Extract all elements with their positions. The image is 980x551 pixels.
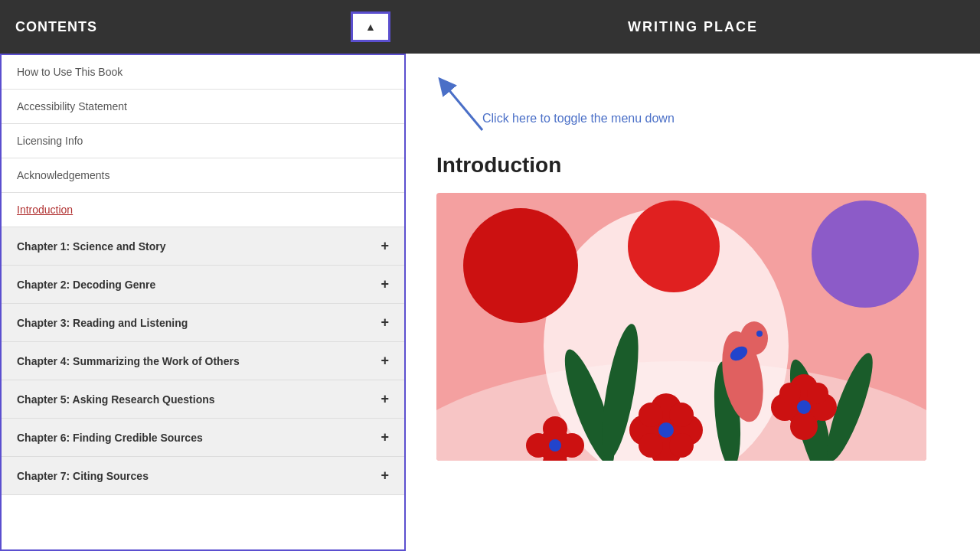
- illustration: [436, 193, 926, 461]
- svg-point-35: [549, 439, 561, 452]
- annotation-area: Click here to toggle the menu down: [436, 54, 949, 153]
- expand-icon: +: [381, 315, 389, 331]
- sidebar-chapter-item[interactable]: Chapter 1: Science and Story+: [2, 227, 404, 266]
- svg-point-38: [756, 331, 763, 337]
- svg-point-5: [628, 201, 720, 292]
- expand-icon: +: [381, 468, 389, 484]
- header-contents-section: CONTENTS ▲: [0, 11, 406, 42]
- header: CONTENTS ▲ WRITING PLACE: [0, 0, 980, 54]
- sidebar-plain-item[interactable]: How to Use This Book: [2, 55, 404, 90]
- svg-point-27: [779, 383, 801, 404]
- chapter-label: Chapter 3: Reading and Listening: [17, 317, 188, 329]
- chapter-label: Chapter 4: Summarizing the Work of Other…: [17, 355, 240, 367]
- sidebar-chapter-item[interactable]: Chapter 6: Finding Credible Sources+: [2, 419, 404, 457]
- svg-line-0: [444, 84, 482, 130]
- sidebar-chapter-item[interactable]: Chapter 2: Decoding Genre+: [2, 266, 404, 304]
- sidebar-plain-item[interactable]: Accessibility Statement: [2, 90, 404, 124]
- toggle-icon: ▲: [365, 21, 376, 33]
- illustration-svg: [436, 193, 926, 461]
- sidebar-plain-item[interactable]: Licensing Info: [2, 124, 404, 158]
- sidebar: How to Use This BookAccessibility Statem…: [0, 54, 406, 551]
- svg-point-29: [797, 400, 811, 414]
- svg-point-17: [639, 403, 663, 427]
- svg-point-33: [543, 416, 567, 441]
- svg-point-20: [669, 433, 694, 458]
- content-area: Click here to toggle the menu down Intro…: [406, 54, 980, 551]
- page-title: Introduction: [436, 153, 949, 178]
- arrow-annotation: [429, 61, 505, 138]
- svg-point-6: [812, 201, 919, 308]
- chapter-label: Chapter 1: Science and Story: [17, 240, 166, 253]
- expand-icon: +: [381, 391, 389, 407]
- expand-icon: +: [381, 276, 389, 292]
- main-layout: How to Use This BookAccessibility Statem…: [0, 54, 980, 551]
- sidebar-chapter-item[interactable]: Chapter 3: Reading and Listening+: [2, 304, 404, 342]
- expand-icon: +: [381, 353, 389, 369]
- contents-label: CONTENTS: [15, 19, 97, 35]
- svg-point-18: [669, 403, 694, 427]
- svg-point-21: [658, 422, 674, 438]
- chapter-items-container: Chapter 1: Science and Story+Chapter 2: …: [2, 227, 404, 495]
- expand-icon: +: [381, 238, 389, 254]
- toggle-button[interactable]: ▲: [351, 11, 390, 42]
- chapter-label: Chapter 5: Asking Research Questions: [17, 393, 215, 406]
- svg-point-19: [639, 433, 663, 458]
- svg-point-28: [807, 383, 828, 404]
- expand-icon: +: [381, 429, 389, 445]
- chapter-label: Chapter 2: Decoding Genre: [17, 279, 155, 291]
- annotation-text: Click here to toggle the menu down: [482, 112, 675, 126]
- site-title: WRITING PLACE: [406, 19, 980, 35]
- sidebar-chapter-item[interactable]: Chapter 5: Asking Research Questions+: [2, 380, 404, 419]
- sidebar-plain-item[interactable]: Introduction: [2, 193, 404, 227]
- svg-point-26: [790, 412, 818, 440]
- svg-point-4: [463, 208, 578, 323]
- sidebar-plain-item[interactable]: Acknowledgements: [2, 158, 404, 193]
- plain-items-container: How to Use This BookAccessibility Statem…: [2, 55, 404, 227]
- chapter-label: Chapter 6: Finding Credible Sources: [17, 432, 203, 444]
- sidebar-chapter-item[interactable]: Chapter 7: Citing Sources+: [2, 457, 404, 495]
- chapter-label: Chapter 7: Citing Sources: [17, 470, 149, 482]
- sidebar-chapter-item[interactable]: Chapter 4: Summarizing the Work of Other…: [2, 342, 404, 380]
